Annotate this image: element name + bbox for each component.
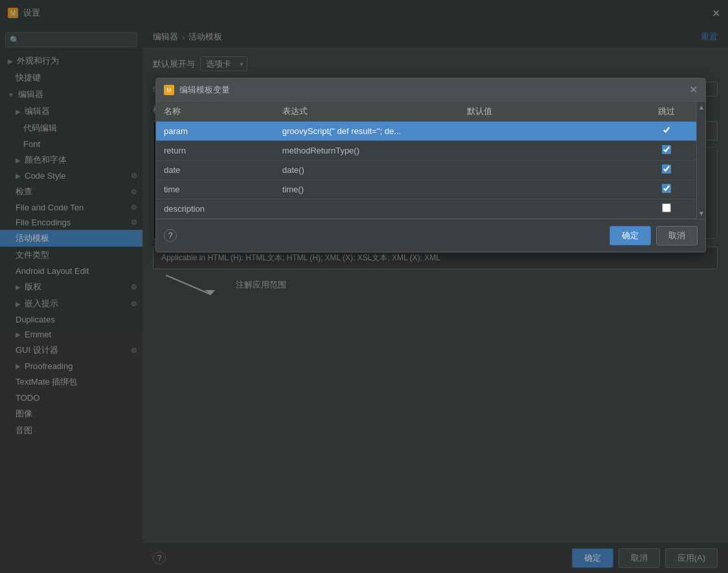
modal-table-wrapper: 名称 表达式 默认值 跳过 param groovyScript(" def r…	[156, 102, 705, 219]
modal-confirm-button[interactable]: 确定	[609, 226, 651, 245]
modal-help-icon[interactable]: ?	[164, 229, 177, 242]
skip-checkbox[interactable]	[662, 164, 671, 174]
modal-cancel-button[interactable]: 取消	[656, 226, 698, 245]
cell-expr: methodReturnType()	[275, 141, 460, 161]
modal-scrollbar[interactable]: ▲ ▼	[696, 102, 705, 219]
cell-name: description	[156, 199, 275, 219]
cell-skip[interactable]	[637, 199, 696, 219]
cell-skip[interactable]	[637, 180, 696, 199]
cell-skip[interactable]	[637, 122, 696, 141]
modal-close-button[interactable]: ✕	[689, 84, 698, 96]
modal-title-bar: M 编辑模板变量 ✕	[156, 78, 705, 102]
col-expr-header: 表达式	[275, 102, 460, 122]
modal-title: M 编辑模板变量	[164, 84, 230, 96]
table-row[interactable]: date date()	[156, 161, 696, 180]
table-header-row: 名称 表达式 默认值 跳过	[156, 102, 696, 122]
cell-skip[interactable]	[637, 161, 696, 180]
cell-name: return	[156, 141, 275, 161]
cell-name: param	[156, 122, 275, 141]
table-row[interactable]: param groovyScript(" def result=''; de..…	[156, 122, 696, 141]
col-default-header: 默认值	[459, 102, 637, 122]
cell-default	[459, 161, 637, 180]
modal-overlay: M 编辑模板变量 ✕ 名称 表达式 默认值 跳过	[0, 0, 728, 573]
modal-table-scroll[interactable]: 名称 表达式 默认值 跳过 param groovyScript(" def r…	[156, 102, 696, 219]
table-row[interactable]: time time()	[156, 180, 696, 199]
modal-footer-buttons: 确定 取消	[609, 226, 698, 245]
table-body: param groovyScript(" def result=''; de..…	[156, 122, 696, 219]
modal-title-icon: M	[164, 85, 174, 95]
table-row[interactable]: description	[156, 199, 696, 219]
edit-variables-modal: M 编辑模板变量 ✕ 名称 表达式 默认值 跳过	[155, 78, 706, 253]
cell-default	[459, 141, 637, 161]
cell-default	[459, 122, 637, 141]
modal-footer: ? 确定 取消	[156, 219, 705, 252]
table-header: 名称 表达式 默认值 跳过	[156, 102, 696, 122]
cell-expr: date()	[275, 161, 460, 180]
skip-checkbox[interactable]	[662, 126, 671, 135]
col-name-header: 名称	[156, 102, 275, 122]
cell-name: time	[156, 180, 275, 199]
skip-checkbox[interactable]	[662, 184, 671, 193]
cell-name: date	[156, 161, 275, 180]
cell-skip[interactable]	[637, 141, 696, 161]
skip-checkbox[interactable]	[662, 203, 671, 212]
variables-table: 名称 表达式 默认值 跳过 param groovyScript(" def r…	[156, 102, 696, 219]
skip-checkbox[interactable]	[662, 145, 671, 154]
col-skip-header: 跳过	[637, 102, 696, 122]
scroll-down-arrow[interactable]: ▼	[697, 208, 705, 219]
cell-default	[459, 199, 637, 219]
table-row[interactable]: return methodReturnType()	[156, 141, 696, 161]
cell-expr: groovyScript(" def result=''; de...	[275, 122, 460, 141]
modal-title-text: 编辑模板变量	[179, 84, 230, 96]
cell-default	[459, 180, 637, 199]
cell-expr	[275, 199, 460, 219]
cell-expr: time()	[275, 180, 460, 199]
scroll-up-arrow[interactable]: ▲	[697, 102, 705, 113]
